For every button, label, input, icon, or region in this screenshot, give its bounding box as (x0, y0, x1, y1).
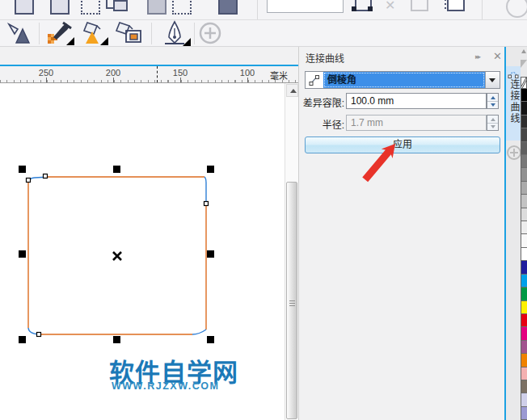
color-swatch[interactable] (521, 248, 527, 261)
color-swatch[interactable] (521, 301, 527, 314)
tab-label[interactable]: 连接曲线 (508, 79, 521, 124)
color-swatch[interactable] (521, 142, 527, 155)
ruler-unit-label: 毫米 (270, 69, 288, 82)
dropdown-arrow-icon[interactable] (485, 72, 500, 88)
dashed-box-icon[interactable] (172, 0, 192, 15)
color-swatch[interactable] (521, 314, 527, 327)
docker-title: 连接曲线 (306, 51, 344, 65)
apply-button[interactable]: 应用 (305, 136, 500, 153)
collapse-docker-icon[interactable]: ▸▸ (475, 52, 479, 61)
ruler-tick-label: 200 (103, 68, 124, 78)
color-eyedropper-tool-icon[interactable] (45, 21, 74, 45)
separator (39, 23, 40, 44)
color-swatch[interactable] (521, 275, 527, 288)
color-swatch[interactable] (521, 327, 527, 340)
color-swatch[interactable] (521, 341, 527, 354)
radius-field: 1.7 mm (346, 115, 487, 131)
property-bar: ✕ (0, 0, 527, 20)
toolbox (0, 20, 527, 47)
color-swatch[interactable] (521, 407, 527, 420)
docker-tab-strip: 连接曲线 (506, 47, 521, 420)
palette-arrow-icon (521, 60, 527, 68)
color-swatch[interactable] (521, 393, 527, 406)
color-swatch[interactable] (521, 128, 527, 141)
ruler-tick-label: 150 (170, 68, 191, 78)
property-input[interactable] (267, 0, 344, 13)
ruler-major-tick (113, 78, 114, 82)
tolerance-spinner[interactable] (487, 93, 499, 109)
color-palette (521, 47, 527, 420)
ruler-tick-label: 250 (36, 68, 57, 78)
color-swatch[interactable] (521, 102, 527, 115)
color-swatch[interactable] (521, 380, 527, 393)
tolerance-label: 差异容限: (299, 95, 344, 109)
separator (194, 23, 195, 44)
scroll-up-button[interactable] (286, 84, 298, 97)
color-swatch[interactable] (521, 195, 527, 208)
pen-tool-icon[interactable] (158, 20, 191, 46)
fill-tool-icon[interactable] (79, 21, 108, 45)
color-swatch[interactable] (521, 116, 527, 128)
curve-nodes-icon (306, 72, 323, 88)
spin-up-icon (487, 116, 498, 124)
color-swatch[interactable] (521, 288, 527, 300)
properties-icon[interactable] (447, 0, 465, 11)
dark-box-icon[interactable] (218, 0, 238, 15)
ruler-major-tick (46, 78, 47, 82)
color-swatch[interactable] (521, 182, 527, 195)
filled-box-icon[interactable] (147, 0, 167, 15)
page-boundary-marker (157, 66, 158, 82)
snap-nodes-icon[interactable] (350, 0, 376, 18)
overlap-rects-icon[interactable] (106, 0, 130, 15)
color-swatch[interactable] (521, 155, 527, 168)
spin-down-icon (487, 124, 498, 131)
color-swatch[interactable] (521, 168, 527, 181)
interactive-fill-tool-icon[interactable] (113, 21, 145, 45)
tolerance-field[interactable]: 100.0 mm (346, 93, 487, 109)
center-x-marker (113, 252, 121, 260)
connect-curves-docker: 连接曲线 ▸▸ ✕ 倒棱角 差异容限: 100.0 mm 半径: 1.7 mm (299, 47, 504, 420)
watermark-url: WWW.RJZXW.COM (112, 380, 219, 392)
box-icon[interactable] (50, 0, 70, 15)
delete-x-icon: ✕ (385, 0, 395, 13)
app-window: ✕ (0, 0, 527, 420)
scrollbar-thumb[interactable] (286, 182, 297, 419)
color-palette-swatches (521, 89, 527, 420)
color-swatch[interactable] (521, 208, 527, 221)
drawing-canvas[interactable]: 软件自学网 WWW.RJZXW.COM (0, 83, 285, 420)
radius-spinner (487, 115, 499, 131)
group-box-icon (411, 0, 428, 11)
color-swatch[interactable] (521, 261, 527, 274)
ruler-major-tick (247, 78, 248, 82)
color-swatch[interactable] (521, 221, 527, 234)
separator (482, 0, 483, 19)
spin-down-icon[interactable] (487, 102, 498, 109)
dashed-box-icon[interactable] (81, 0, 100, 15)
separator (257, 0, 258, 19)
box-icon[interactable] (15, 0, 34, 15)
vertical-scrollbar[interactable] (285, 83, 298, 420)
color-swatch[interactable] (521, 89, 527, 102)
horizontal-ruler[interactable]: 250 200 150 100 毫米 (0, 66, 299, 83)
color-swatch[interactable] (521, 234, 527, 247)
help-icon[interactable] (506, 0, 527, 18)
color-swatch[interactable] (521, 354, 527, 367)
radius-label: 半径: (299, 117, 344, 131)
document-chrome (0, 47, 299, 65)
corner-type-dropdown[interactable]: 倒棱角 (305, 71, 500, 89)
connect-curves-icon (508, 68, 519, 79)
spin-up-icon[interactable] (487, 94, 498, 102)
color-swatch[interactable] (521, 368, 527, 380)
ruler-major-tick (180, 78, 181, 82)
smart-fill-tool-icon[interactable] (6, 21, 34, 45)
no-color-swatch[interactable] (521, 77, 527, 89)
ruler-tick-label: 100 (237, 68, 258, 78)
scrollbar-grip (289, 300, 295, 307)
add-docker-icon[interactable] (507, 145, 521, 160)
close-docker-icon[interactable]: ✕ (493, 50, 502, 62)
separator (151, 23, 152, 44)
palette-scroll-up-icon[interactable] (521, 49, 526, 53)
add-tool-icon[interactable] (199, 22, 221, 44)
dropdown-selected-value: 倒棱角 (323, 72, 485, 88)
